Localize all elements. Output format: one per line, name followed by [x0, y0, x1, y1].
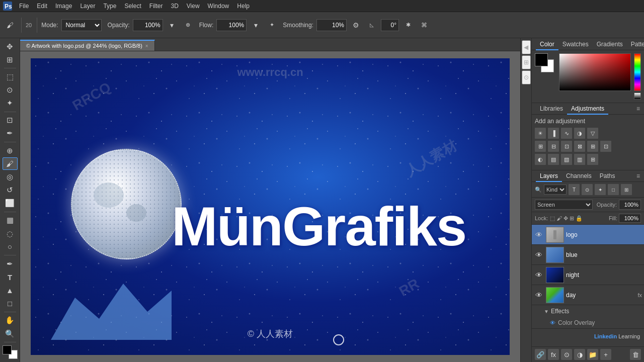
- adj-curves-btn[interactable]: ∿: [561, 128, 572, 139]
- menu-image[interactable]: Image: [51, 0, 76, 12]
- layers-filter-btn1[interactable]: T: [569, 184, 580, 195]
- adj-levels-btn[interactable]: ▐: [548, 128, 559, 139]
- lock-artboard-btn[interactable]: ⊞: [570, 215, 574, 222]
- gradient-tool[interactable]: ▦: [3, 214, 18, 227]
- crop-tool[interactable]: ⊡: [3, 114, 18, 127]
- menu-view[interactable]: View: [183, 0, 204, 12]
- tab-libraries[interactable]: Libraries: [536, 103, 567, 115]
- layer-effects-btn[interactable]: fx: [548, 349, 559, 360]
- adj-threshold-btn[interactable]: ▧: [561, 154, 572, 165]
- adj-hue-sat-btn[interactable]: ⊞: [535, 141, 546, 152]
- shape-tool[interactable]: □: [3, 297, 18, 310]
- flow-input[interactable]: [216, 19, 247, 31]
- layers-filter-btn3[interactable]: ✦: [595, 184, 606, 195]
- menu-type[interactable]: Type: [99, 0, 120, 12]
- angle-btn[interactable]: ◺: [365, 18, 379, 32]
- layer-item-day[interactable]: 👁 day fx: [532, 285, 644, 305]
- layer-delete-btn[interactable]: 🗑: [630, 349, 641, 360]
- color-selector[interactable]: [3, 345, 18, 359]
- adj-photofilter-btn[interactable]: ⊠: [574, 141, 585, 152]
- layers-panel-options[interactable]: ≡: [636, 172, 640, 179]
- lock-transparent-btn[interactable]: ⬚: [550, 215, 555, 222]
- adj-brightness-btn[interactable]: ☀: [535, 128, 546, 139]
- smoothing-input[interactable]: [316, 19, 347, 31]
- adj-vibrance-btn[interactable]: ▽: [587, 128, 598, 139]
- heal-tool[interactable]: ⊕: [3, 144, 18, 157]
- layers-filter-btn2[interactable]: ⊙: [582, 184, 593, 195]
- smoothing-options-btn[interactable]: ⚙: [349, 18, 363, 32]
- layers-filter-btn5[interactable]: ⊞: [621, 184, 632, 195]
- layer-item-logo[interactable]: 👁 logo: [532, 225, 644, 245]
- symmetry-btn[interactable]: ⌘: [417, 18, 431, 32]
- pen-tool[interactable]: ✒: [3, 257, 18, 270]
- tab-paths[interactable]: Paths: [596, 170, 619, 182]
- artboard-tool[interactable]: ⊞: [3, 53, 18, 66]
- layer-item-night[interactable]: 👁 night: [532, 265, 644, 285]
- marquee-tool[interactable]: ⬚: [3, 70, 18, 83]
- layers-kind-select[interactable]: Kind: [544, 185, 567, 195]
- mode-select[interactable]: Normal: [61, 19, 102, 31]
- menu-layer[interactable]: Layer: [76, 0, 99, 12]
- adj-channelmixer-btn[interactable]: ⊞: [587, 141, 598, 152]
- adj-exposure-btn[interactable]: ◑: [574, 128, 585, 139]
- adj-colorlookup-btn[interactable]: ⊡: [600, 141, 611, 152]
- adj-bw-btn[interactable]: ⊡: [561, 141, 572, 152]
- history-brush-tool[interactable]: ↺: [3, 184, 18, 197]
- hue-bar-vertical[interactable]: [634, 53, 641, 91]
- adj-invert-btn[interactable]: ◐: [535, 154, 546, 165]
- tab-swatches[interactable]: Swatches: [558, 38, 593, 50]
- adj-gradient-map-btn[interactable]: ▥: [574, 154, 585, 165]
- color-overlay-vis[interactable]: 👁: [550, 320, 558, 326]
- menu-window[interactable]: Window: [204, 0, 233, 12]
- lasso-tool[interactable]: ⊙: [3, 83, 18, 96]
- angle-input[interactable]: [381, 19, 399, 31]
- tab-layers[interactable]: Layers: [536, 170, 562, 182]
- clone-tool[interactable]: ◎: [3, 170, 18, 183]
- flow-options-btn[interactable]: ▾: [249, 18, 263, 32]
- layer-item-blue[interactable]: 👁 blue: [532, 245, 644, 265]
- layer-link-btn[interactable]: 🔗: [535, 349, 546, 360]
- right-icon-tool2[interactable]: ⊙: [522, 70, 531, 84]
- tab-color[interactable]: Color: [536, 38, 558, 50]
- menu-edit[interactable]: Edit: [33, 0, 51, 12]
- color-overlay-row[interactable]: 👁 Color Overlay: [532, 317, 644, 328]
- menu-3d[interactable]: 3D: [167, 0, 182, 12]
- tab-gradients[interactable]: Gradients: [593, 38, 627, 50]
- blur-tool[interactable]: ◌: [3, 227, 18, 240]
- pressure2-btn[interactable]: ✱: [401, 18, 415, 32]
- layers-filter-btn4[interactable]: □: [608, 184, 619, 195]
- layer-vis-night[interactable]: 👁: [534, 271, 544, 279]
- magic-wand-tool[interactable]: ✦: [3, 97, 18, 110]
- text-tool[interactable]: T: [3, 270, 18, 283]
- layer-adjustment-btn[interactable]: ◑: [574, 349, 585, 360]
- right-icon-collapse[interactable]: ◀: [522, 40, 531, 54]
- canvas-tab-active[interactable]: © Artwork with logo.psd @ 244% (logo, RG…: [20, 40, 155, 51]
- fg-color-swatch[interactable]: [3, 345, 12, 354]
- path-tool[interactable]: ▲: [3, 284, 18, 297]
- dodge-tool[interactable]: ○: [3, 240, 18, 253]
- fg-bg-container[interactable]: [535, 53, 554, 72]
- tab-adjustments[interactable]: Adjustments: [567, 103, 608, 115]
- eraser-tool[interactable]: ⬜: [3, 197, 18, 210]
- canvas-tab-close[interactable]: ×: [145, 43, 148, 49]
- color-spectrum-container[interactable]: [559, 53, 631, 91]
- menu-help[interactable]: Help: [233, 0, 254, 12]
- layer-mask-btn[interactable]: ⊙: [561, 349, 572, 360]
- lock-position-btn[interactable]: ✥: [564, 215, 568, 222]
- layer-vis-logo[interactable]: 👁: [534, 231, 544, 239]
- layer-new-btn[interactable]: +: [600, 349, 611, 360]
- pressure-btn[interactable]: ⊕: [181, 18, 195, 32]
- fg-color-box[interactable]: [535, 53, 548, 66]
- effects-row[interactable]: ▼ Effects: [532, 305, 644, 317]
- lock-paint-btn[interactable]: 🖌: [556, 215, 562, 222]
- tab-patterns[interactable]: Patterns: [627, 38, 644, 50]
- zoom-tool[interactable]: 🔍: [3, 327, 18, 340]
- menu-select[interactable]: Select: [120, 0, 145, 12]
- layer-vis-day[interactable]: 👁: [534, 291, 544, 299]
- adj-colorbalance-btn[interactable]: ⊟: [548, 141, 559, 152]
- lock-all-btn[interactable]: 🔒: [576, 215, 583, 222]
- canvas-container[interactable]: RRCQ 人人素材 RRCQ RR www.rrcq.cn MünGrafiks…: [20, 51, 520, 362]
- hand-tool[interactable]: ✋: [3, 314, 18, 327]
- fill-input[interactable]: [619, 214, 641, 223]
- menu-file[interactable]: File: [15, 0, 33, 12]
